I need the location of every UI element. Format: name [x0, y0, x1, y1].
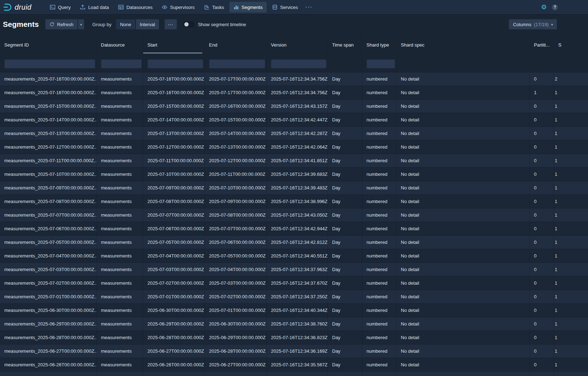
column-header-shard-type[interactable]: Shard type [362, 34, 397, 55]
more-options-button[interactable]: ··· [164, 19, 177, 30]
cell-datasource[interactable]: measurements [97, 168, 143, 181]
cell-shard-spec[interactable]: No detail [397, 317, 530, 331]
cell-segment-id[interactable]: measurements_2025-07-06T00:00:00.000Z... [0, 222, 97, 235]
cell-version[interactable]: 2025-07-16T12:34:36.169Z [267, 344, 328, 358]
cell-shard-type[interactable]: numbered [362, 181, 397, 194]
cell-time-span[interactable]: Day [328, 140, 362, 154]
cell-datasource[interactable]: measurements [97, 331, 143, 344]
cell-shard-spec[interactable]: No detail [397, 100, 530, 113]
table-row[interactable]: measurements_2025-07-08T00:00:00.000Z...… [0, 195, 588, 208]
nav-more-button[interactable]: ··· [302, 4, 316, 10]
cell-shard-spec[interactable]: No detail [397, 372, 530, 376]
cell-end[interactable]: 2025-07-03T00:00:00.000Z [205, 276, 267, 290]
table-row[interactable]: measurements_2025-07-02T00:00:00.000Z...… [0, 276, 588, 290]
cell-shard-spec[interactable]: No detail [397, 304, 530, 317]
cell-end[interactable]: 2025-06-29T00:00:00.000Z [205, 331, 267, 344]
cell-shard-type[interactable]: numbered [362, 290, 397, 303]
cell-shard-type[interactable]: numbered [362, 140, 397, 154]
cell-time-span[interactable]: Day [328, 181, 362, 194]
cell-segment-id[interactable]: measurements_2025-07-16T00:00:00.000Z... [0, 72, 97, 86]
cell-end[interactable]: 2025-07-17T00:00:00.000Z [205, 72, 267, 86]
cell-start[interactable]: 2025-07-11T00:00:00.000Z [143, 154, 205, 167]
cell-shard-type[interactable]: numbered [362, 344, 397, 358]
table-row[interactable]: measurements_2025-07-13T00:00:00.000Z...… [0, 127, 588, 140]
cell-time-span[interactable]: Day [328, 358, 362, 371]
cell-datasource[interactable]: measurements [97, 140, 143, 154]
cell-time-span[interactable]: Day [328, 236, 362, 249]
cell-start[interactable]: 2025-07-10T00:00:00.000Z [143, 168, 205, 181]
cell-datasource[interactable]: measurements [97, 236, 143, 249]
cell-partiti-[interactable]: 0 [530, 100, 554, 113]
cell-shard-type[interactable]: numbered [362, 304, 397, 317]
cell-end[interactable]: 2025-07-15T00:00:00.000Z [205, 113, 267, 126]
cell-datasource[interactable]: measurements [97, 317, 143, 331]
cell-version[interactable]: 2025-07-16T12:34:40.551Z [267, 249, 328, 262]
cell-s[interactable]: 1 [554, 222, 588, 235]
filter-input-segment-id[interactable] [4, 59, 95, 68]
cell-shard-type[interactable]: numbered [362, 236, 397, 249]
cell-s[interactable]: 2 [554, 72, 588, 86]
filter-input-end[interactable] [209, 59, 265, 68]
cell-partiti-[interactable]: 0 [530, 236, 554, 249]
cell-segment-id[interactable]: measurements_2025-06-25T00:00:00.000Z... [0, 372, 97, 376]
cell-segment-id[interactable]: measurements_2025-07-15T00:00:00.000Z... [0, 100, 97, 113]
cell-shard-spec[interactable]: No detail [397, 263, 530, 276]
filter-input-version[interactable] [271, 59, 326, 68]
column-header-time-span[interactable]: Time span [328, 34, 362, 55]
refresh-button[interactable]: Refresh [45, 19, 78, 30]
cell-start[interactable]: 2025-07-16T00:00:00.000Z [143, 86, 205, 99]
nav-item-segments[interactable]: Segments [229, 2, 267, 13]
cell-shard-type[interactable]: numbered [362, 127, 397, 140]
cell-shard-spec[interactable]: No detail [397, 140, 530, 154]
cell-datasource[interactable]: measurements [97, 127, 143, 140]
help-icon[interactable]: ? [552, 4, 558, 10]
cell-version[interactable]: 2025-07-16T12:34:40.344Z [267, 304, 328, 317]
table-row[interactable]: measurements_2025-06-29T00:00:00.000Z...… [0, 317, 588, 331]
cell-shard-spec[interactable]: No detail [397, 195, 530, 208]
cell-shard-type[interactable]: numbered [362, 154, 397, 167]
cell-end[interactable]: 2025-07-08T00:00:00.000Z [205, 208, 267, 222]
cell-partiti-[interactable]: 0 [530, 72, 554, 86]
cell-datasource[interactable]: measurements [97, 86, 143, 99]
table-row[interactable]: measurements_2025-07-04T00:00:00.000Z...… [0, 249, 588, 263]
cell-version[interactable]: 2025-07-16T12:34:37.670Z [267, 276, 328, 290]
cell-segment-id[interactable]: measurements_2025-07-07T00:00:00.000Z... [0, 208, 97, 222]
cell-shard-type[interactable]: numbered [362, 331, 397, 344]
cell-end[interactable]: 2025-07-11T00:00:00.000Z [205, 168, 267, 181]
cell-s[interactable]: 1 [554, 236, 588, 249]
cell-datasource[interactable]: measurements [97, 154, 143, 167]
cell-time-span[interactable]: Day [328, 317, 362, 331]
cell-version[interactable]: 2025-07-16T12:34:37.250Z [267, 290, 328, 303]
cell-version[interactable]: 2025-07-16T12:34:42.447Z [267, 113, 328, 126]
group-by-none-button[interactable]: None [116, 19, 135, 30]
cell-s[interactable]: 1 [554, 372, 588, 376]
cell-time-span[interactable]: Day [328, 113, 362, 126]
cell-partiti-[interactable]: 0 [530, 222, 554, 235]
cell-time-span[interactable]: Day [328, 263, 362, 276]
cell-partiti-[interactable]: 0 [530, 181, 554, 194]
segment-timeline-toggle[interactable] [184, 21, 194, 27]
cell-shard-type[interactable]: numbered [362, 113, 397, 126]
cell-datasource[interactable]: measurements [97, 304, 143, 317]
cell-shard-type[interactable]: numbered [362, 276, 397, 290]
cell-s[interactable]: 1 [554, 290, 588, 303]
cell-shard-type[interactable]: numbered [362, 263, 397, 276]
column-header-datasource[interactable]: Datasource [97, 34, 143, 55]
cell-start[interactable]: 2025-06-30T00:00:00.000Z [143, 304, 205, 317]
table-row[interactable]: measurements_2025-07-14T00:00:00.000Z...… [0, 113, 588, 127]
cell-end[interactable]: 2025-06-28T00:00:00.000Z [205, 344, 267, 358]
filter-input-start[interactable] [147, 59, 203, 68]
cell-segment-id[interactable]: measurements_2025-06-26T00:00:00.000Z... [0, 358, 97, 371]
cell-shard-spec[interactable]: No detail [397, 344, 530, 358]
cell-shard-spec[interactable]: No detail [397, 154, 530, 167]
table-row[interactable]: measurements_2025-07-09T00:00:00.000Z...… [0, 181, 588, 195]
cell-start[interactable]: 2025-07-13T00:00:00.000Z [143, 127, 205, 140]
table-row[interactable]: measurements_2025-06-25T00:00:00.000Z...… [0, 372, 588, 376]
cell-shard-spec[interactable]: No detail [397, 358, 530, 371]
cell-shard-spec[interactable]: No detail [397, 249, 530, 262]
nav-item-datasources[interactable]: Datasources [114, 2, 156, 13]
cell-shard-type[interactable]: numbered [362, 100, 397, 113]
cell-start[interactable]: 2025-07-07T00:00:00.000Z [143, 208, 205, 222]
table-row[interactable]: measurements_2025-07-16T00:00:00.000Z...… [0, 72, 588, 86]
cell-end[interactable]: 2025-07-12T00:00:00.000Z [205, 154, 267, 167]
